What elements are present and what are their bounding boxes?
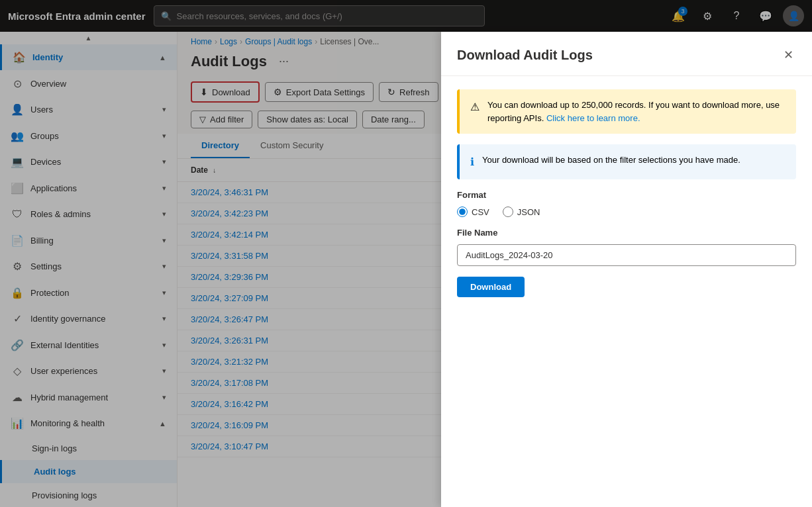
info-alert: ℹ Your download will be based on the fil… <box>457 144 796 179</box>
side-panel-header: Download Audit Logs ✕ <box>441 32 812 76</box>
json-radio[interactable] <box>503 207 513 217</box>
learn-more-link[interactable]: Click here to learn more. <box>546 113 640 123</box>
json-option[interactable]: JSON <box>503 207 540 217</box>
filename-input[interactable] <box>457 244 796 266</box>
warning-alert: ⚠ You can download up to 250,000 records… <box>457 89 796 134</box>
format-radio-group: CSV JSON <box>457 207 796 217</box>
filename-label: File Name <box>457 228 796 238</box>
side-panel-title: Download Audit Logs <box>457 48 593 63</box>
panel-download-button[interactable]: Download <box>457 277 525 297</box>
format-section: Format CSV JSON <box>457 190 796 217</box>
csv-label: CSV <box>472 207 489 217</box>
info-text: Your download will be based on the filte… <box>482 154 740 170</box>
side-panel: Download Audit Logs ✕ ⚠ You can download… <box>441 32 812 507</box>
side-panel-body: ⚠ You can download up to 250,000 records… <box>441 76 812 310</box>
csv-radio[interactable] <box>457 207 468 217</box>
download-action: Download <box>457 277 796 297</box>
json-label: JSON <box>517 207 540 217</box>
close-panel-button[interactable]: ✕ <box>781 45 796 65</box>
warning-icon: ⚠ <box>470 99 480 124</box>
format-label: Format <box>457 190 796 200</box>
csv-option[interactable]: CSV <box>457 207 489 217</box>
warning-text: You can download up to 250,000 records. … <box>487 99 786 124</box>
filename-section: File Name <box>457 228 796 266</box>
info-icon: ℹ <box>470 154 474 170</box>
